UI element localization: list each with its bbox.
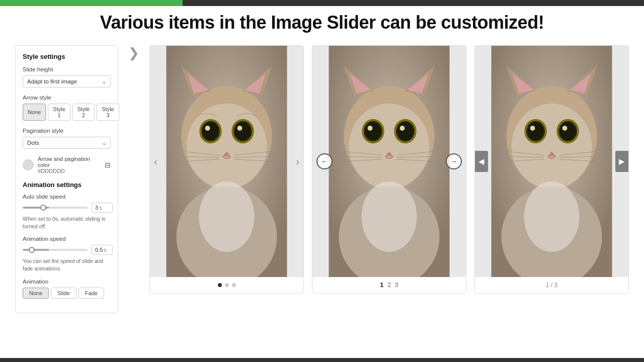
arrow-style-buttons: None Style 1 Style 2 Style 3 (23, 104, 111, 121)
auto-slide-slider-row: 3 s (23, 203, 111, 213)
card-3-right-arrow[interactable]: ▶ (615, 151, 628, 172)
settings-heading: Style settings (23, 53, 111, 60)
arrow-style-group: Arrow style None Style 1 Style 2 Style 3 (23, 95, 111, 121)
slider-cards-container: ‹ › (149, 45, 629, 294)
card-1-left-arrow[interactable]: ‹ (154, 156, 157, 167)
color-group: Arrow and pagination color #DDDDDD ⊟ (23, 156, 111, 174)
svg-point-23 (199, 182, 255, 252)
top-bar-dark (183, 0, 644, 6)
color-row: Arrow and pagination color #DDDDDD ⊟ (23, 156, 111, 174)
svg-point-59 (530, 126, 535, 131)
auto-slide-value-box: 3 s (92, 203, 113, 213)
slide-height-group: Slide height Adapt to first image Fixed … (23, 66, 111, 87)
svg-point-60 (562, 126, 568, 131)
card-1-dot-1[interactable] (218, 283, 222, 287)
svg-point-71 (524, 182, 580, 252)
svg-point-10 (235, 122, 251, 140)
card-3-cat-svg (475, 46, 628, 277)
card-2-page-3[interactable]: 3 (395, 282, 398, 289)
animation-speed-unit: s (104, 247, 107, 253)
color-label: Arrow and pagination color (38, 156, 101, 168)
card-1-dot-2[interactable] (225, 283, 229, 287)
svg-point-12 (237, 126, 243, 131)
pagination-style-select[interactable]: Dots Numbers None (23, 137, 111, 149)
color-value: #DDDDDD (38, 168, 101, 174)
card-3-image: ◀ ▶ (475, 46, 628, 277)
arrow-style-none-button[interactable]: None (23, 104, 46, 121)
card-1-footer (150, 277, 303, 293)
slider-card-3: ◀ ▶ 1 / 3 (474, 45, 629, 294)
arrow-style-label: Arrow style (23, 95, 111, 101)
svg-point-35 (368, 126, 373, 131)
svg-point-36 (400, 126, 405, 131)
card-1-image: ‹ › (150, 46, 303, 277)
animation-slide-button[interactable]: Slide (51, 288, 76, 299)
color-reset-icon[interactable]: ⊟ (105, 161, 111, 169)
svg-point-6 (187, 104, 267, 189)
animation-settings-heading: Animation settings (23, 181, 111, 189)
animation-speed-slider[interactable] (23, 249, 88, 251)
card-2-cat-svg (312, 46, 466, 277)
card-2-page-2[interactable]: 2 (387, 282, 391, 289)
content-area: Style settings Slide height Adapt to fir… (15, 45, 629, 313)
auto-slide-unit: s (99, 205, 102, 211)
card-1-dot-3[interactable] (232, 283, 236, 287)
color-left: Arrow and pagination color #DDDDDD (23, 156, 101, 174)
svg-point-33 (365, 122, 381, 140)
color-swatch[interactable] (23, 159, 34, 170)
auto-slide-speed-label: Auto slide speed (23, 194, 111, 200)
animation-settings-group: Animation settings Auto slide speed 3 s … (23, 181, 111, 299)
card-2-image: ← → (312, 46, 466, 277)
animation-speed-hint: You can set the speed of slide and fade … (23, 257, 111, 272)
animation-type-label: Animation (23, 279, 111, 285)
pagination-style-label: Pagination style (23, 128, 111, 134)
animation-none-button[interactable]: None (23, 288, 49, 299)
auto-slide-hint: When set to 0s, automatic sliding is tur… (23, 215, 111, 230)
animation-type-group: Animation None Slide Fade (23, 279, 111, 299)
animation-speed-label: Animation speed (23, 236, 111, 242)
slide-height-select-wrapper: Adapt to first image Fixed height Full s… (23, 75, 111, 87)
arrow-style-3-button[interactable]: Style 3 (97, 104, 119, 121)
auto-slide-speed-slider[interactable] (23, 207, 88, 209)
card-1-right-arrow[interactable]: › (296, 156, 299, 167)
animation-type-buttons: None Slide Fade (23, 288, 111, 299)
svg-point-9 (203, 122, 219, 140)
auto-slide-value: 3 (95, 205, 98, 211)
animation-speed-group: Animation speed 0.5 s You can set the sp… (23, 236, 111, 272)
svg-point-47 (362, 182, 417, 252)
svg-point-30 (349, 104, 430, 189)
slider-card-2: ← → 1 2 3 (312, 45, 466, 294)
animation-speed-value: 0.5 (95, 247, 103, 253)
card-1-dots-pagination (218, 283, 236, 287)
card-2-page-1[interactable]: 1 (380, 282, 383, 289)
outer-nav-arrow[interactable]: ❯ (128, 45, 139, 61)
arrow-style-1-button[interactable]: Style 1 (48, 104, 70, 121)
svg-point-34 (397, 122, 414, 140)
card-3-footer: 1 / 3 (475, 277, 628, 293)
pagination-style-group: Pagination style Dots Numbers None ⌄ (23, 128, 111, 149)
slide-height-label: Slide height (23, 66, 111, 72)
svg-point-57 (528, 122, 544, 140)
card-2-left-arrow[interactable]: ← (316, 153, 333, 169)
animation-speed-value-box: 0.5 s (92, 245, 113, 255)
card-3-text-pagination: 1 / 3 (546, 282, 557, 289)
animation-speed-slider-row: 0.5 s (23, 245, 111, 255)
settings-panel: Style settings Slide height Adapt to fir… (15, 45, 118, 313)
arrow-style-2-button[interactable]: Style 2 (72, 104, 95, 121)
page-title: Various items in the Image Slider can be… (15, 12, 629, 33)
animation-fade-button[interactable]: Fade (78, 288, 104, 299)
card-3-left-arrow[interactable]: ◀ (475, 151, 488, 172)
card-2-footer: 1 2 3 (312, 277, 466, 293)
card-2-numbers-pagination: 1 2 3 (380, 282, 398, 289)
svg-point-58 (560, 122, 576, 140)
card-2-right-arrow[interactable]: → (446, 153, 462, 169)
pagination-style-select-wrapper: Dots Numbers None ⌄ (23, 137, 111, 149)
auto-slide-speed-group: Auto slide speed 3 s When set to 0s, aut… (23, 194, 111, 230)
svg-point-54 (512, 104, 592, 189)
bottom-bar (0, 358, 644, 362)
slider-card-1: ‹ › (149, 45, 304, 294)
svg-point-11 (205, 126, 210, 131)
color-label-text: Arrow and pagination color #DDDDDD (38, 156, 101, 174)
slide-height-select[interactable]: Adapt to first image Fixed height Full s… (23, 75, 111, 87)
card-1-cat-svg (150, 46, 303, 277)
